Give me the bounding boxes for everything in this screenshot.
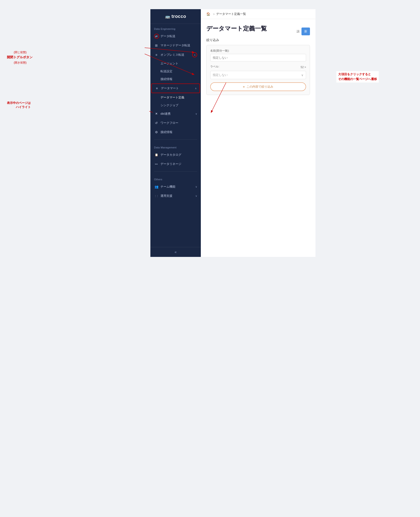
sidebar-item-label-connection: 接続情報 xyxy=(160,130,197,134)
sidebar-item-workflow[interactable]: ↺ ワークフロー xyxy=(150,118,201,128)
toggle-button-open[interactable]: ∧ xyxy=(192,52,197,57)
label-placeholder-text: 指定しない xyxy=(213,73,228,77)
on-premise-icon: ≡ xyxy=(154,53,159,57)
team-function-chevron: ∨ xyxy=(195,185,197,188)
new-button[interactable]: 新 xyxy=(301,28,310,35)
sidebar-sub-item-agent[interactable]: エージェント xyxy=(150,60,201,68)
sidebar-item-label-data-lineage: データリネージ xyxy=(160,162,197,166)
filter-section: 絞り込み 名前(部分一致): ラベル: 52 > xyxy=(201,38,315,100)
annotation-closed-state: (閉じ状態) xyxy=(14,50,27,54)
sidebar-item-label-managed-data-transfer: マネージドデータ転送 xyxy=(160,43,197,47)
section-label-data-engineering: Data Engineering xyxy=(150,24,201,32)
annotation-click-navigate: 大項目をクリックすると その機能の一覧ページへ遷移 xyxy=(336,71,379,83)
label-select-chevron: ∨ xyxy=(301,73,304,77)
dbt-chevron: ∨ xyxy=(195,112,197,115)
sidebar-item-team-function[interactable]: 👥 チーム機能 ∨ xyxy=(150,182,201,191)
annotation-toggle-button: 開閉トグルボタン xyxy=(7,55,33,60)
data-transfer-icon: ⇄ xyxy=(154,34,159,38)
dbt-icon: ✕ xyxy=(154,112,159,116)
sidebar-sub-item-sync-job[interactable]: シンクジョブ xyxy=(150,101,201,109)
filter-row-name: 名前(部分一致): xyxy=(210,49,306,61)
sub-item-label-agent: エージェント xyxy=(160,61,178,66)
operation-support-icon: ⋮⋮ xyxy=(154,194,159,198)
datamart-icon: ≡ xyxy=(155,86,159,91)
breadcrumb-current: データマート定義一覧 xyxy=(216,12,246,16)
sidebar-item-data-transfer[interactable]: ⇄ データ転送 ∨ xyxy=(150,32,201,41)
name-filter-input[interactable] xyxy=(210,54,306,61)
label-filter-select[interactable]: 指定しない ∨ xyxy=(210,71,306,79)
data-catalog-icon: 📋 xyxy=(154,152,159,157)
sidebar-item-data-lineage[interactable]: ↦ データリネージ xyxy=(150,160,201,169)
sidebar-item-label-dbt: dbt連携 xyxy=(160,112,195,116)
collapse-icon: « xyxy=(175,250,177,254)
sidebar-item-connection[interactable]: ⚙ 接続情報 xyxy=(150,128,201,137)
page-header: データマート定義一覧 該 新 xyxy=(201,19,315,38)
sidebar-sub-item-connection-info[interactable]: 接続情報 xyxy=(150,75,201,83)
sidebar-collapse-button[interactable]: « xyxy=(150,247,201,257)
breadcrumb-home-icon[interactable]: 🏠 xyxy=(206,12,210,16)
sidebar-item-label-workflow: ワークフロー xyxy=(160,121,197,125)
sidebar-item-label-data-transfer: データ転送 xyxy=(160,34,197,38)
filter-header: 絞り込み xyxy=(206,38,310,42)
page-title: データマート定義一覧 xyxy=(206,24,267,33)
sidebar-item-label-operation-support: 運用支援 xyxy=(160,194,195,198)
operation-support-chevron: ∨ xyxy=(195,195,197,198)
label-filter-label: ラベル: xyxy=(210,65,219,68)
sidebar-item-label-team-function: チーム機能 xyxy=(160,185,195,189)
label-count[interactable]: 52 > xyxy=(300,66,306,69)
managed-data-transfer-icon: ⊞ xyxy=(154,43,159,48)
sidebar-sub-item-datamart-definition[interactable]: データマート定義 xyxy=(150,94,201,101)
annotation-highlight-label: 表示中のページは ハイライト xyxy=(7,101,31,109)
datamart-chevron: ∧ xyxy=(195,87,197,90)
sidebar-sub-item-transfer-config[interactable]: 転送設定 xyxy=(150,68,201,75)
sidebar-item-label-datamart: データマート xyxy=(161,86,195,90)
breadcrumb: 🏠 > データマート定義一覧 xyxy=(201,9,315,19)
sidebar-item-datamart[interactable]: ≡ データマート ∧ xyxy=(151,84,200,93)
sidebar-item-dbt[interactable]: ✕ dbt連携 ∨ xyxy=(150,109,201,118)
sidebar-item-label-data-catalog: データカタログ xyxy=(160,153,197,157)
main-content: 🏠 > データマート定義一覧 データマート定義一覧 該 新 絞り込み xyxy=(201,9,315,257)
filter-action-link[interactable]: 該 xyxy=(297,29,300,33)
filter-row-label: ラベル: 52 > 指定しない ∨ xyxy=(210,65,306,79)
logo-area: 🚌 trocco xyxy=(150,9,201,24)
sub-item-label-sync-job: シンクジョブ xyxy=(160,103,178,107)
sidebar-item-managed-data-transfer[interactable]: ⊞ マネージドデータ転送 xyxy=(150,41,201,50)
connection-icon: ⚙ xyxy=(154,130,159,134)
sidebar-item-on-premise[interactable]: ≡ オンプレミス転送 ∧ xyxy=(150,50,201,60)
divider-2 xyxy=(154,171,197,172)
filter-submit-button[interactable]: ≡ この内容で絞り込み xyxy=(210,82,306,91)
filter-section-label: 絞り込み xyxy=(206,38,219,42)
name-filter-label: 名前(部分一致): xyxy=(210,49,306,53)
sub-item-label-datamart-definition: データマート定義 xyxy=(160,95,184,99)
divider-1 xyxy=(154,139,197,140)
data-lineage-icon: ↦ xyxy=(154,162,159,166)
filter-box: 名前(部分一致): ラベル: 52 > 指定しない ∨ xyxy=(206,45,310,95)
filter-submit-icon: ≡ xyxy=(243,85,245,89)
filter-submit-label: この内容で絞り込み xyxy=(247,85,273,89)
logo-icon: 🚌 xyxy=(165,14,170,19)
section-label-data-management: Data Management xyxy=(150,142,201,150)
sidebar-item-data-catalog[interactable]: 📋 データカタログ xyxy=(150,150,201,160)
sidebar-item-label-on-premise: オンプレミス転送 xyxy=(160,53,192,57)
team-function-icon: 👥 xyxy=(154,184,159,189)
sidebar-item-operation-support[interactable]: ⋮⋮ 運用支援 ∨ xyxy=(150,191,201,200)
breadcrumb-separator: > xyxy=(213,12,215,16)
sidebar: 🚌 trocco Data Engineering ⇄ データ転送 ∨ ⊞ マネ… xyxy=(150,9,201,257)
sub-item-label-connection-info: 接続情報 xyxy=(160,77,172,81)
section-label-others: Others xyxy=(150,174,201,182)
sub-item-label-transfer-config: 転送設定 xyxy=(160,69,172,73)
workflow-icon: ↺ xyxy=(154,121,159,125)
annotation-open-state: (開き状態) xyxy=(14,61,27,65)
logo-text: trocco xyxy=(172,14,186,19)
